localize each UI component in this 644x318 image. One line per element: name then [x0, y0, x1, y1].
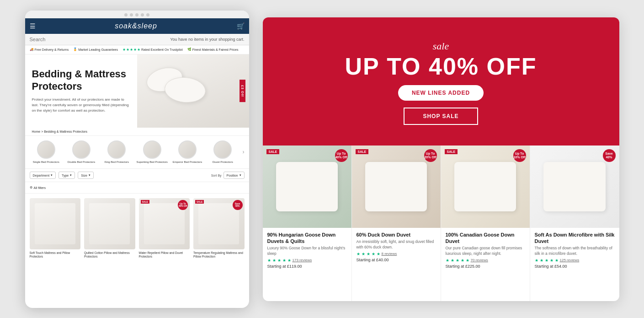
product-rating: ★★★★★ 173 reviews — [267, 258, 347, 263]
product-card-1[interactable]: Soft Touch Mattress and Pillow Protector… — [30, 198, 81, 259]
category-item-double[interactable]: Double Bed Protectors — [65, 140, 98, 164]
strip-product-3[interactable]: SALE Up To 10% Off 100% Canadian Goose D… — [441, 146, 530, 301]
product-name: Temperature Regulating Mattress and Pill… — [193, 251, 245, 259]
product-title: Soft As Down Microfibre with Silk Duvet — [535, 232, 615, 245]
size-filter[interactable]: Size ▾ — [78, 172, 94, 179]
browser-chrome: ☰ soak&sleep 🛒 — [25, 18, 249, 34]
hero-image: £3 Off — [137, 54, 249, 128]
duvet-roll — [365, 162, 427, 211]
product-title: 100% Canadian Goose Down Duvet — [446, 232, 525, 245]
products-strip: SALE Up To 40% Off 90% Hungarian Goose D… — [263, 146, 619, 301]
review-count[interactable]: 8 reviews — [382, 252, 397, 256]
strip-product-image-4: Save 40% — [530, 146, 619, 228]
category-item-king[interactable]: King Bed Protectors — [100, 140, 133, 164]
chevron-down-icon: ▾ — [70, 173, 72, 177]
category-item-single[interactable]: Single Bed Protectors — [30, 140, 63, 164]
product-image-bg — [144, 203, 185, 244]
review-count[interactable]: 70 reviews — [471, 258, 488, 262]
discount-badge: Save 40% — [233, 200, 243, 210]
product-rating: ★★★★★ 70 reviews — [446, 258, 525, 263]
cat-label: Duvet Protectors — [213, 161, 233, 164]
new-lines-button[interactable]: NEW LINES ADDED — [398, 85, 484, 101]
category-item-emperor[interactable]: Emperor Bed Protectors — [171, 140, 204, 164]
shop-sale-button[interactable]: SHOP SALE — [404, 108, 478, 125]
duvet-roll — [276, 162, 338, 211]
strip-product-info-2: 60% Duck Down Duvet An irresistibly soft… — [352, 228, 441, 301]
sort-by-label: Sort By — [211, 174, 222, 177]
hero-text: Bedding & Mattress Protectors Protect yo… — [25, 54, 137, 128]
type-filter[interactable]: Type ▾ — [59, 172, 75, 179]
size-label: Size — [81, 174, 87, 177]
category-item-superking[interactable]: Superking Bed Protectors — [135, 140, 168, 164]
product-card-3[interactable]: SALE Up To 40% Off Water Repellent Pillo… — [139, 198, 190, 259]
device-dots — [25, 11, 249, 18]
review-count[interactable]: 173 reviews — [293, 258, 312, 262]
product-description: Luxury 90% Goose Down for a blissful nig… — [267, 246, 347, 257]
position-label: Position — [227, 174, 238, 177]
product-price: Starting at £40.00 — [357, 258, 436, 262]
type-label: Type — [62, 174, 69, 177]
strip-product-1[interactable]: SALE Up To 40% Off 90% Hungarian Goose D… — [263, 146, 352, 301]
category-nav: Single Bed Protectors Double Bed Protect… — [25, 136, 249, 169]
dot — [124, 13, 128, 16]
position-select[interactable]: Position ▾ — [224, 172, 245, 179]
sale-badge: £3 Off — [240, 80, 245, 102]
cart-info: You have no items in your shopping cart. — [170, 37, 244, 42]
sale-tag: SALE — [266, 149, 280, 154]
breadcrumb: Home > Bedding & Mattress Protectors — [25, 128, 249, 136]
cat-label: King Bed Protectors — [105, 161, 129, 164]
strip-product-image-2: SALE Up To 20% Off — [352, 146, 441, 228]
category-item-duvet[interactable]: Duvet Protectors — [206, 140, 239, 164]
product-card-4[interactable]: SALE Save 40% Temperature Regulating Mat… — [193, 198, 245, 259]
product-grid: Soft Touch Mattress and Pillow Protector… — [25, 194, 249, 263]
hero-image-content — [137, 54, 249, 128]
product-card-2[interactable]: Quilted Cotton Pillow and Mattress Prote… — [84, 198, 135, 259]
strip-product-info-1: 90% Hungarian Goose Down Duvets & Quilts… — [263, 228, 351, 301]
dot — [135, 13, 138, 16]
chevron-down-icon: ▾ — [89, 173, 90, 177]
right-panel: sale UP TO 40% OFF NEW LINES ADDED SHOP … — [263, 17, 619, 301]
hamburger-icon[interactable]: ☰ — [30, 22, 36, 30]
hero-description: Protect your investment. All of our prot… — [32, 97, 130, 113]
breadcrumb-home[interactable]: Home — [32, 130, 41, 133]
trust-text: Market Leading Guarantees — [78, 48, 118, 51]
filters-row: Department ▾ Type ▾ Size ▾ Sort By Posit… — [25, 169, 249, 182]
trust-item: 🌿 Finest Materials & Fairest Prices — [187, 48, 239, 51]
dot — [130, 13, 133, 16]
strip-product-4[interactable]: Save 40% Soft As Down Microfibre with Si… — [530, 146, 619, 301]
sale-tag: SALE — [141, 200, 149, 204]
sale-tag: SALE — [195, 200, 204, 204]
trust-item: 🚚 Free Delivery & Returns — [30, 48, 69, 51]
strip-product-info-4: Soft As Down Microfibre with Silk Duvet … — [530, 228, 619, 301]
sale-heading: UP TO 40% OFF — [345, 54, 537, 78]
product-rating: ★★★★★ 8 reviews — [357, 252, 436, 256]
department-filter[interactable]: Department ▾ — [30, 172, 56, 179]
discount-badge: Up To 40% Off — [335, 149, 348, 162]
cart-icon[interactable]: 🛒 — [237, 22, 245, 30]
product-image: SALE Save 40% — [193, 198, 245, 249]
cat-circle — [178, 140, 197, 159]
review-count[interactable]: 125 reviews — [560, 258, 580, 262]
dot — [141, 13, 144, 16]
cat-label: Emperor Bed Protectors — [173, 161, 202, 164]
all-filters-button[interactable]: ⚙ All filters — [30, 184, 245, 191]
chevron-right-icon[interactable]: › — [242, 149, 244, 155]
discount-badge: Up To 20% Off — [424, 149, 437, 162]
page-title: Bedding & Mattress Protectors — [32, 68, 130, 92]
strip-product-2[interactable]: SALE Up To 20% Off 60% Duck Down Duvet A… — [352, 146, 441, 301]
cat-label: Double Bed Protectors — [68, 161, 95, 164]
product-description: Our pure Canadian goose down fill promis… — [446, 246, 525, 257]
product-image-bg — [89, 203, 130, 244]
search-input[interactable] — [30, 37, 103, 42]
trust-text: Finest Materials & Fairest Prices — [192, 48, 239, 51]
cat-circle — [37, 140, 55, 159]
brand-name: soak&sleep — [115, 22, 157, 30]
trust-bar: 🚚 Free Delivery & Returns 🏅 Market Leadi… — [25, 45, 249, 54]
trust-text: Free Delivery & Returns — [35, 48, 69, 51]
all-filters-label: All filters — [34, 186, 46, 189]
trust-item: 🏅 Market Leading Guarantees — [73, 48, 118, 51]
filter-icon: ⚙ — [30, 186, 32, 189]
strip-product-image-3: SALE Up To 10% Off — [441, 146, 530, 228]
chevron-down-icon: ▾ — [240, 173, 241, 177]
trustpilot-item: ★★★★★ Rated Excellent On Trustpilot — [122, 48, 183, 52]
